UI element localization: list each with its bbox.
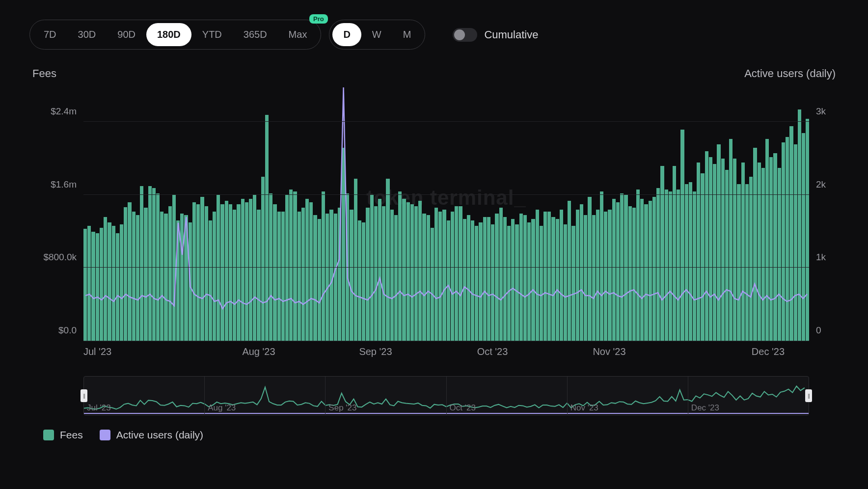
fee-bar[interactable] xyxy=(741,163,745,341)
brush-handle-right[interactable]: || xyxy=(805,389,812,402)
fee-bar[interactable] xyxy=(794,144,797,341)
legend-item[interactable]: Active users (daily) xyxy=(100,429,203,441)
fee-bar[interactable] xyxy=(447,220,450,341)
fee-bar[interactable] xyxy=(725,170,729,341)
fee-bar[interactable] xyxy=(233,210,236,341)
fee-bar[interactable] xyxy=(168,206,172,341)
fee-bar[interactable] xyxy=(160,212,163,341)
cumulative-toggle[interactable] xyxy=(453,28,477,42)
fee-bar[interactable] xyxy=(721,159,725,341)
fee-bar[interactable] xyxy=(394,215,398,341)
fee-bar[interactable] xyxy=(560,210,563,341)
fee-bar[interactable] xyxy=(536,210,539,341)
fee-bar[interactable] xyxy=(140,186,143,341)
fee-bar[interactable] xyxy=(527,222,531,341)
fee-bar[interactable] xyxy=(765,139,769,341)
fee-bar[interactable] xyxy=(329,210,333,341)
fee-bar[interactable] xyxy=(298,212,301,341)
fee-bar[interactable] xyxy=(120,224,123,341)
range-pill-7d[interactable]: 7D xyxy=(33,23,67,46)
fee-bar[interactable] xyxy=(241,199,244,341)
fee-bar[interactable] xyxy=(237,204,240,341)
fee-bar[interactable] xyxy=(689,182,692,341)
fee-bar[interactable] xyxy=(132,212,136,341)
fee-bar[interactable] xyxy=(370,195,374,341)
fee-bar[interactable] xyxy=(326,214,329,341)
fee-bar[interactable] xyxy=(665,190,668,341)
fee-bar[interactable] xyxy=(91,232,95,341)
fee-bar[interactable] xyxy=(225,201,228,341)
granularity-pill-d[interactable]: D xyxy=(332,23,361,46)
fee-bar[interactable] xyxy=(543,212,547,341)
fee-bar[interactable] xyxy=(378,199,381,341)
fee-bar[interactable] xyxy=(758,163,761,341)
fee-bar[interactable] xyxy=(713,164,716,341)
fee-bar[interactable] xyxy=(656,188,660,341)
fee-bar[interactable] xyxy=(709,157,712,341)
fee-bar[interactable] xyxy=(402,199,406,341)
fee-bar[interactable] xyxy=(318,219,321,341)
fee-bar[interactable] xyxy=(677,190,680,341)
fee-bar[interactable] xyxy=(386,179,389,341)
fee-bar[interactable] xyxy=(358,220,361,341)
fee-bar[interactable] xyxy=(701,173,704,341)
fee-bar[interactable] xyxy=(503,217,507,341)
brush-handle-left[interactable]: || xyxy=(81,389,87,402)
fee-bar[interactable] xyxy=(205,206,208,341)
fee-bar[interactable] xyxy=(471,220,474,341)
fee-bar[interactable] xyxy=(410,204,414,341)
fee-bar[interactable] xyxy=(83,229,87,341)
fee-bar[interactable] xyxy=(407,202,410,341)
fee-bar[interactable] xyxy=(798,109,801,341)
fee-bar[interactable] xyxy=(209,220,212,341)
fee-bar[interactable] xyxy=(628,206,632,341)
fee-bar[interactable] xyxy=(551,217,555,341)
fee-bar[interactable] xyxy=(285,195,289,341)
fee-bar[interactable] xyxy=(261,177,265,341)
fee-bar[interactable] xyxy=(556,219,559,341)
fee-bar[interactable] xyxy=(761,168,765,341)
fee-bar[interactable] xyxy=(144,208,147,341)
fee-bar[interactable] xyxy=(229,204,232,341)
fee-bar[interactable] xyxy=(660,166,664,341)
fee-bar[interactable] xyxy=(600,191,603,341)
fee-bar[interactable] xyxy=(164,214,167,341)
fee-bar[interactable] xyxy=(374,206,378,341)
fee-bar[interactable] xyxy=(390,210,394,341)
fee-bar[interactable] xyxy=(580,204,583,341)
fee-bar[interactable] xyxy=(616,202,620,341)
fee-bar[interactable] xyxy=(257,210,260,341)
fee-bar[interactable] xyxy=(612,199,616,341)
fee-bar[interactable] xyxy=(172,195,176,341)
fee-bar[interactable] xyxy=(737,184,740,341)
fee-bar[interactable] xyxy=(313,215,317,341)
fee-bar[interactable] xyxy=(459,206,462,341)
fee-bar[interactable] xyxy=(442,210,446,341)
fee-bar[interactable] xyxy=(184,215,188,341)
fee-bar[interactable] xyxy=(491,224,494,341)
fee-bar[interactable] xyxy=(463,219,466,341)
fee-bar[interactable] xyxy=(519,214,523,341)
fee-bar[interactable] xyxy=(342,148,345,341)
fee-bar[interactable] xyxy=(479,222,482,341)
fee-bar[interactable] xyxy=(523,215,527,341)
fee-bar[interactable] xyxy=(596,210,599,341)
fee-bar[interactable] xyxy=(483,217,487,341)
fee-bar[interactable] xyxy=(382,206,385,341)
fee-bar[interactable] xyxy=(366,208,369,341)
range-pill-180d[interactable]: 180D xyxy=(146,23,191,46)
fee-bar[interactable] xyxy=(673,166,676,341)
fee-bar[interactable] xyxy=(495,214,498,341)
fee-bar[interactable] xyxy=(414,206,418,341)
fee-bar[interactable] xyxy=(515,224,518,341)
fee-bar[interactable] xyxy=(640,199,644,341)
fee-bar[interactable] xyxy=(571,226,575,341)
fee-bar[interactable] xyxy=(778,168,781,341)
fee-bar[interactable] xyxy=(87,226,91,341)
fee-bar[interactable] xyxy=(431,228,434,341)
fee-bar[interactable] xyxy=(467,215,470,341)
fee-bar[interactable] xyxy=(176,220,180,341)
fee-bar[interactable] xyxy=(588,197,591,341)
fee-bar[interactable] xyxy=(604,212,607,341)
range-pill-90d[interactable]: 90D xyxy=(107,23,146,46)
